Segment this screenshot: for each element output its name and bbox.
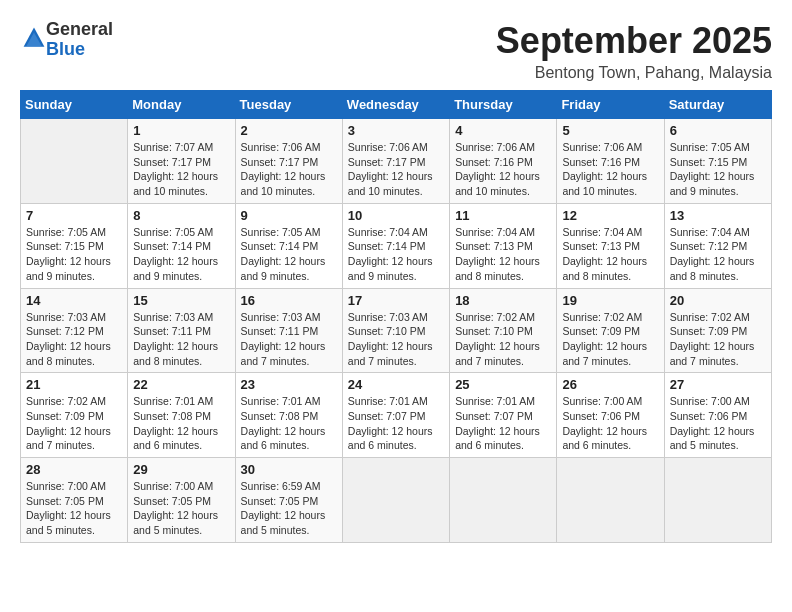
day-number: 2 [241, 123, 337, 138]
day-info: Sunrise: 7:00 AMSunset: 7:05 PMDaylight:… [26, 479, 122, 538]
day-number: 14 [26, 293, 122, 308]
day-info: Sunrise: 7:03 AMSunset: 7:11 PMDaylight:… [241, 310, 337, 369]
calendar-cell: 24Sunrise: 7:01 AMSunset: 7:07 PMDayligh… [342, 373, 449, 458]
day-number: 19 [562, 293, 658, 308]
calendar-cell: 9Sunrise: 7:05 AMSunset: 7:14 PMDaylight… [235, 203, 342, 288]
day-info: Sunrise: 7:06 AMSunset: 7:17 PMDaylight:… [241, 140, 337, 199]
calendar-cell: 19Sunrise: 7:02 AMSunset: 7:09 PMDayligh… [557, 288, 664, 373]
calendar-cell: 4Sunrise: 7:06 AMSunset: 7:16 PMDaylight… [450, 119, 557, 204]
day-number: 13 [670, 208, 766, 223]
day-info: Sunrise: 7:00 AMSunset: 7:05 PMDaylight:… [133, 479, 229, 538]
calendar-cell [664, 458, 771, 543]
day-number: 12 [562, 208, 658, 223]
day-info: Sunrise: 7:01 AMSunset: 7:07 PMDaylight:… [348, 394, 444, 453]
calendar-cell: 7Sunrise: 7:05 AMSunset: 7:15 PMDaylight… [21, 203, 128, 288]
calendar-cell [450, 458, 557, 543]
logo-blue: Blue [46, 39, 85, 59]
day-number: 8 [133, 208, 229, 223]
calendar-cell: 2Sunrise: 7:06 AMSunset: 7:17 PMDaylight… [235, 119, 342, 204]
day-number: 29 [133, 462, 229, 477]
calendar-week-row: 7Sunrise: 7:05 AMSunset: 7:15 PMDaylight… [21, 203, 772, 288]
day-info: Sunrise: 7:04 AMSunset: 7:13 PMDaylight:… [562, 225, 658, 284]
day-number: 30 [241, 462, 337, 477]
calendar-cell [21, 119, 128, 204]
day-number: 27 [670, 377, 766, 392]
month-title: September 2025 [496, 20, 772, 62]
day-number: 21 [26, 377, 122, 392]
day-number: 11 [455, 208, 551, 223]
location-title: Bentong Town, Pahang, Malaysia [496, 64, 772, 82]
day-number: 16 [241, 293, 337, 308]
day-number: 26 [562, 377, 658, 392]
day-number: 9 [241, 208, 337, 223]
day-info: Sunrise: 7:02 AMSunset: 7:09 PMDaylight:… [562, 310, 658, 369]
calendar-cell: 10Sunrise: 7:04 AMSunset: 7:14 PMDayligh… [342, 203, 449, 288]
day-number: 15 [133, 293, 229, 308]
header-tuesday: Tuesday [235, 91, 342, 119]
calendar-week-row: 28Sunrise: 7:00 AMSunset: 7:05 PMDayligh… [21, 458, 772, 543]
day-info: Sunrise: 7:02 AMSunset: 7:09 PMDaylight:… [26, 394, 122, 453]
day-number: 4 [455, 123, 551, 138]
day-info: Sunrise: 7:01 AMSunset: 7:08 PMDaylight:… [241, 394, 337, 453]
calendar-cell: 26Sunrise: 7:00 AMSunset: 7:06 PMDayligh… [557, 373, 664, 458]
calendar-cell [342, 458, 449, 543]
calendar-cell: 21Sunrise: 7:02 AMSunset: 7:09 PMDayligh… [21, 373, 128, 458]
header-friday: Friday [557, 91, 664, 119]
logo-icon [22, 26, 46, 50]
calendar-cell: 23Sunrise: 7:01 AMSunset: 7:08 PMDayligh… [235, 373, 342, 458]
day-info: Sunrise: 7:06 AMSunset: 7:16 PMDaylight:… [455, 140, 551, 199]
calendar-cell: 27Sunrise: 7:00 AMSunset: 7:06 PMDayligh… [664, 373, 771, 458]
day-info: Sunrise: 7:04 AMSunset: 7:12 PMDaylight:… [670, 225, 766, 284]
day-info: Sunrise: 7:03 AMSunset: 7:12 PMDaylight:… [26, 310, 122, 369]
calendar-cell: 18Sunrise: 7:02 AMSunset: 7:10 PMDayligh… [450, 288, 557, 373]
day-number: 10 [348, 208, 444, 223]
day-info: Sunrise: 7:06 AMSunset: 7:17 PMDaylight:… [348, 140, 444, 199]
day-number: 28 [26, 462, 122, 477]
calendar-cell: 16Sunrise: 7:03 AMSunset: 7:11 PMDayligh… [235, 288, 342, 373]
calendar-cell: 14Sunrise: 7:03 AMSunset: 7:12 PMDayligh… [21, 288, 128, 373]
calendar-week-row: 21Sunrise: 7:02 AMSunset: 7:09 PMDayligh… [21, 373, 772, 458]
day-number: 1 [133, 123, 229, 138]
calendar-cell: 11Sunrise: 7:04 AMSunset: 7:13 PMDayligh… [450, 203, 557, 288]
calendar-cell: 28Sunrise: 7:00 AMSunset: 7:05 PMDayligh… [21, 458, 128, 543]
day-number: 3 [348, 123, 444, 138]
day-number: 24 [348, 377, 444, 392]
header-sunday: Sunday [21, 91, 128, 119]
day-info: Sunrise: 7:04 AMSunset: 7:14 PMDaylight:… [348, 225, 444, 284]
day-info: Sunrise: 7:07 AMSunset: 7:17 PMDaylight:… [133, 140, 229, 199]
calendar-cell: 20Sunrise: 7:02 AMSunset: 7:09 PMDayligh… [664, 288, 771, 373]
day-info: Sunrise: 7:06 AMSunset: 7:16 PMDaylight:… [562, 140, 658, 199]
day-info: Sunrise: 7:02 AMSunset: 7:10 PMDaylight:… [455, 310, 551, 369]
day-info: Sunrise: 7:03 AMSunset: 7:11 PMDaylight:… [133, 310, 229, 369]
day-info: Sunrise: 7:00 AMSunset: 7:06 PMDaylight:… [562, 394, 658, 453]
calendar-cell: 22Sunrise: 7:01 AMSunset: 7:08 PMDayligh… [128, 373, 235, 458]
calendar-header-row: SundayMondayTuesdayWednesdayThursdayFrid… [21, 91, 772, 119]
day-number: 18 [455, 293, 551, 308]
calendar-cell: 25Sunrise: 7:01 AMSunset: 7:07 PMDayligh… [450, 373, 557, 458]
day-number: 20 [670, 293, 766, 308]
day-info: Sunrise: 7:02 AMSunset: 7:09 PMDaylight:… [670, 310, 766, 369]
day-info: Sunrise: 7:05 AMSunset: 7:14 PMDaylight:… [133, 225, 229, 284]
day-number: 6 [670, 123, 766, 138]
logo: General Blue [20, 20, 113, 60]
day-info: Sunrise: 7:01 AMSunset: 7:08 PMDaylight:… [133, 394, 229, 453]
calendar-cell: 6Sunrise: 7:05 AMSunset: 7:15 PMDaylight… [664, 119, 771, 204]
calendar-cell: 17Sunrise: 7:03 AMSunset: 7:10 PMDayligh… [342, 288, 449, 373]
calendar-cell: 13Sunrise: 7:04 AMSunset: 7:12 PMDayligh… [664, 203, 771, 288]
day-info: Sunrise: 7:04 AMSunset: 7:13 PMDaylight:… [455, 225, 551, 284]
header-wednesday: Wednesday [342, 91, 449, 119]
day-info: Sunrise: 7:00 AMSunset: 7:06 PMDaylight:… [670, 394, 766, 453]
calendar-cell: 5Sunrise: 7:06 AMSunset: 7:16 PMDaylight… [557, 119, 664, 204]
calendar-cell [557, 458, 664, 543]
day-number: 7 [26, 208, 122, 223]
day-info: Sunrise: 7:05 AMSunset: 7:15 PMDaylight:… [670, 140, 766, 199]
calendar-cell: 30Sunrise: 6:59 AMSunset: 7:05 PMDayligh… [235, 458, 342, 543]
day-info: Sunrise: 7:01 AMSunset: 7:07 PMDaylight:… [455, 394, 551, 453]
day-info: Sunrise: 7:05 AMSunset: 7:14 PMDaylight:… [241, 225, 337, 284]
calendar-cell: 12Sunrise: 7:04 AMSunset: 7:13 PMDayligh… [557, 203, 664, 288]
day-number: 25 [455, 377, 551, 392]
day-info: Sunrise: 7:05 AMSunset: 7:15 PMDaylight:… [26, 225, 122, 284]
calendar-cell: 15Sunrise: 7:03 AMSunset: 7:11 PMDayligh… [128, 288, 235, 373]
page-header: General Blue September 2025 Bentong Town… [20, 20, 772, 82]
calendar-cell: 1Sunrise: 7:07 AMSunset: 7:17 PMDaylight… [128, 119, 235, 204]
